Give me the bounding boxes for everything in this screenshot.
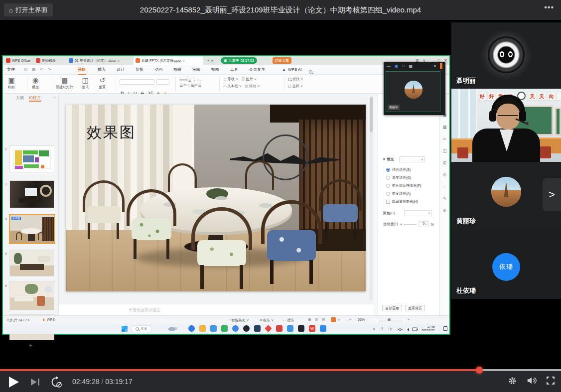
slide-thumbnail-panel: 大纲 幻灯片 < 2 3 4 bbox=[3, 94, 59, 315]
banner-card: 天 bbox=[529, 93, 536, 101]
layout-blue-icon: ▣ bbox=[395, 64, 399, 68]
menu-design: 设计 bbox=[117, 65, 125, 75]
overlay-name-chip: 黄丽珍 bbox=[388, 105, 400, 110]
hide-bg-checkbox: 隐藏背景图形(H) bbox=[386, 199, 418, 204]
new-tab-button: +∨ bbox=[205, 56, 215, 65]
search-icon bbox=[136, 327, 139, 331]
progress-handle[interactable] bbox=[476, 367, 483, 374]
undo-icon: ↶ bbox=[40, 65, 43, 75]
end-sharing-label: 结束共享 bbox=[275, 58, 289, 63]
participant-tile-1: 聂明丽 bbox=[451, 22, 561, 89]
avatar bbox=[491, 177, 521, 207]
radio-selected-icon bbox=[386, 168, 390, 172]
menu-file: 文件 bbox=[7, 65, 15, 75]
ime-icon: 中 bbox=[389, 327, 392, 332]
plus-icon: + bbox=[207, 59, 209, 62]
meeting-panel-video: 黄丽珍 bbox=[386, 71, 440, 112]
sharing-timer: 02:57:03 bbox=[241, 59, 254, 62]
wps-label: WPS bbox=[47, 318, 55, 321]
headset-mic-tip bbox=[526, 122, 529, 125]
tab-dropdown-icon: ∨ bbox=[117, 59, 120, 63]
new-slide-icon: ▦ bbox=[56, 76, 73, 85]
arrange-icon: ▤ bbox=[245, 84, 248, 88]
volume-icon[interactable] bbox=[526, 376, 537, 388]
participant-name: 杜依璠 bbox=[456, 286, 476, 295]
photoshop-icon bbox=[254, 325, 261, 332]
new-slide-button: ▦新建幻灯片 bbox=[56, 76, 73, 90]
wps-ribbon: ▣粘贴 ◉播放 ▦新建幻灯片 ◫版式 ↺重置 B I U S X² A A bbox=[3, 75, 449, 94]
properties-panel: ▾ 填充 纯色填充(S) 渐变填充(G) 图片或纹理填充(P) 图案填充(A) bbox=[378, 94, 439, 315]
wps-menu-bar: 文件 ▤ ▦ ↶ ↷ 开始 插入 设计 切换 动画 放映 审阅 视图 工具 会员… bbox=[3, 65, 449, 75]
menu-tools: 工具 bbox=[230, 65, 238, 75]
participant-tile-4: 依璠 杜依璠 bbox=[451, 229, 561, 299]
avatar-eye bbox=[500, 51, 504, 57]
radio-icon bbox=[386, 176, 390, 180]
menu-review: 审阅 bbox=[192, 65, 200, 75]
redo-icon: ↷ bbox=[48, 65, 51, 75]
avatar: 依璠 bbox=[492, 253, 520, 281]
fill-type-dropdown bbox=[399, 156, 425, 162]
slide-number: 2 bbox=[5, 147, 7, 151]
banner-card bbox=[557, 93, 561, 101]
find-icon bbox=[288, 78, 291, 81]
wps-logo: WPS Office bbox=[4, 56, 32, 65]
transparency-row: 透明度(T) ◂ 0 % bbox=[383, 221, 434, 227]
folder-icon bbox=[199, 325, 206, 332]
next-participants-button[interactable]: > bbox=[543, 178, 561, 211]
slide-number: 6 bbox=[5, 284, 7, 287]
checkbox-icon bbox=[386, 200, 390, 204]
sharing-icon: ▣ bbox=[224, 59, 227, 63]
fill-option-picture: 图片或纹理填充(P) bbox=[386, 183, 421, 188]
layout-button: ◫版式 bbox=[82, 76, 89, 90]
taskbar-apps: W bbox=[188, 325, 326, 332]
slide-number: 3 bbox=[5, 182, 7, 186]
zoom-out-icon: — bbox=[371, 318, 374, 321]
find-select-group: 查找 ∨ ▢ 选择 ∨ bbox=[288, 77, 303, 89]
player-top-bar: ⌂ 打开主界面 20250227-145852_聂明丽_环设2109班毕业设计（… bbox=[0, 0, 561, 20]
wps-app-icon: W bbox=[309, 325, 315, 332]
fullscreen-icon[interactable] bbox=[546, 376, 555, 387]
radio-icon bbox=[386, 184, 390, 188]
fill-option-gradient: 渐变填充(G) bbox=[386, 175, 411, 180]
circle-icon: ◌ bbox=[440, 184, 449, 189]
insert-group: △ 形状 ∨ ▨ 图片 ∨ ▭ 文本框 ∨ ▤ 排列 ∨ bbox=[223, 77, 260, 89]
next-button[interactable] bbox=[31, 379, 39, 386]
participant-tile-video: 好 好 学 习 天 天 向 bbox=[451, 89, 561, 162]
chair bbox=[191, 207, 252, 287]
tray-expand-icon: ∧ bbox=[373, 327, 375, 331]
notification-icon bbox=[443, 326, 447, 331]
docer-icon bbox=[36, 58, 40, 63]
notes-placeholder: 单击此处添加备注 bbox=[129, 308, 160, 312]
slide-counter: 幻灯片 14 / 23 bbox=[7, 318, 29, 323]
player-control-bar: 02:49:28 / 03:19:17 bbox=[0, 371, 561, 392]
zoom-slider-handle bbox=[388, 318, 391, 321]
headphone-cup bbox=[489, 111, 496, 122]
comments-button: ▭ 批注 bbox=[283, 318, 294, 323]
total-duration: 03:19:17 bbox=[105, 378, 133, 386]
participant-name: 黄丽珍 bbox=[456, 217, 476, 226]
fill-section-header: ▾ 填充 bbox=[383, 156, 425, 162]
windows-start-icon bbox=[122, 326, 128, 332]
ppt-icon bbox=[136, 58, 140, 63]
slide-number: 4 bbox=[5, 217, 7, 221]
add-slide-button: + bbox=[3, 342, 58, 349]
plus-grid-icon: ⊞ bbox=[440, 160, 449, 165]
menu-transition: 切换 bbox=[136, 65, 143, 75]
layout-icon: ◫ bbox=[82, 76, 89, 85]
transparency-value: 0 bbox=[419, 221, 428, 227]
player-right-controls bbox=[508, 371, 555, 392]
window-icon: □ bbox=[403, 64, 405, 68]
font-size-select bbox=[156, 79, 169, 85]
settings-icon[interactable] bbox=[508, 376, 517, 388]
avatar-eye bbox=[508, 51, 513, 57]
avatar bbox=[488, 36, 525, 73]
bookmark-icon: ▮ bbox=[43, 318, 45, 322]
paste-button: ▣粘贴 bbox=[8, 76, 15, 90]
more-options-button[interactable]: ••• bbox=[544, 3, 554, 12]
menu-wps-ai: WPS AI bbox=[288, 65, 302, 75]
wps-logo-text: WPS Office bbox=[12, 59, 30, 62]
loop-mode-button[interactable] bbox=[50, 376, 63, 391]
play-button[interactable] bbox=[9, 377, 19, 388]
color-row: 颜色(C) bbox=[383, 210, 432, 216]
play-view-icon bbox=[331, 317, 336, 322]
